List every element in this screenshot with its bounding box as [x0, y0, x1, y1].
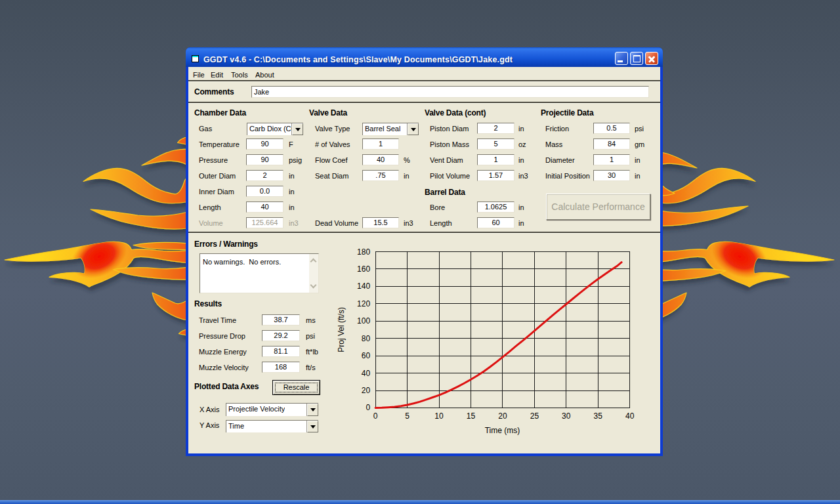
svg-text:20: 20 [498, 411, 507, 421]
svg-text:35: 35 [594, 411, 603, 421]
svg-text:40: 40 [625, 411, 635, 421]
svg-text:80: 80 [362, 334, 371, 343]
svg-text:100: 100 [357, 316, 370, 326]
svg-text:60: 60 [362, 351, 371, 360]
svg-text:140: 140 [357, 282, 370, 291]
svg-text:Proj Vel (ft/s): Proj Vel (ft/s) [337, 307, 346, 352]
svg-text:25: 25 [530, 411, 539, 421]
svg-text:15: 15 [467, 411, 476, 421]
svg-text:180: 180 [357, 247, 370, 257]
svg-text:5: 5 [405, 411, 410, 421]
svg-text:0: 0 [366, 403, 370, 412]
svg-text:0: 0 [373, 411, 378, 421]
svg-text:10: 10 [434, 411, 444, 421]
svg-text:20: 20 [362, 386, 371, 395]
svg-text:30: 30 [562, 411, 571, 421]
svg-text:120: 120 [357, 299, 370, 308]
svg-text:160: 160 [357, 264, 370, 274]
svg-text:Time (ms): Time (ms) [485, 426, 520, 435]
svg-text:40: 40 [362, 369, 371, 378]
